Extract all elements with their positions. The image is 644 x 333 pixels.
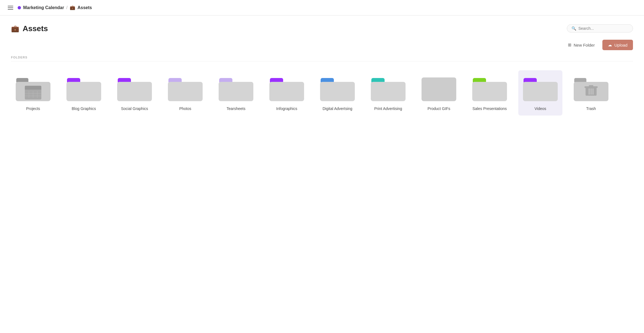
folder-icon: [472, 75, 508, 102]
page-title-text: Assets: [23, 24, 48, 33]
page-title: 💼 Assets: [11, 24, 48, 33]
new-folder-icon: ⊞: [568, 42, 571, 47]
folder-grid: Projects Blog Graphics Social Graphics P…: [11, 66, 633, 120]
search-box[interactable]: 🔍: [567, 24, 633, 33]
folder-name: Blog Graphics: [72, 106, 96, 111]
folder-item[interactable]: Sales Presentations: [468, 70, 512, 116]
svg-rect-11: [66, 82, 101, 101]
folder-item[interactable]: Tearsheets: [214, 70, 258, 116]
breadcrumb: Marketing Calendar / 💼 Assets: [18, 5, 92, 10]
folder-item[interactable]: Trash: [569, 70, 613, 116]
folder-icon: [117, 75, 152, 102]
menu-button[interactable]: [7, 5, 14, 11]
new-folder-label: New Folder: [574, 43, 595, 47]
page-header: 💼 Assets 🔍: [11, 24, 633, 33]
folder-item[interactable]: Social Graphics: [112, 70, 157, 116]
search-input[interactable]: [578, 26, 628, 31]
folder-name: Print Advertising: [374, 106, 402, 111]
folder-item[interactable]: Projects: [11, 70, 55, 116]
toolbar-row: ⊞ New Folder ☁ Upload: [11, 40, 633, 50]
folder-item[interactable]: Infographics: [265, 70, 309, 116]
folder-name: Photos: [179, 106, 191, 111]
folder-item[interactable]: Print Advertising: [366, 70, 410, 116]
header-actions: 🔍: [567, 24, 633, 33]
folder-icon: [167, 75, 203, 102]
brand-dot: [18, 6, 21, 9]
upload-label: Upload: [614, 43, 627, 47]
main-content: 💼 Assets 🔍 ⊞ New Folder ☁ Upload FOLDERS: [0, 15, 644, 333]
folder-icon: [320, 75, 355, 102]
folder-icon: [370, 75, 406, 102]
folder-name: Trash: [586, 106, 596, 111]
folder-icon: [66, 75, 102, 102]
svg-rect-15: [168, 82, 203, 101]
folder-item[interactable]: Videos: [518, 70, 562, 116]
folder-icon: [522, 75, 558, 102]
svg-rect-24: [422, 77, 456, 101]
folder-icon: [269, 75, 305, 102]
svg-rect-28: [523, 82, 558, 101]
search-icon: 🔍: [571, 26, 576, 31]
new-folder-button[interactable]: ⊞ New Folder: [565, 40, 598, 50]
folder-name: Infographics: [276, 106, 297, 111]
svg-rect-21: [320, 82, 355, 101]
folder-icon: [573, 75, 609, 102]
folder-icon: [218, 75, 254, 102]
breadcrumb-current: Assets: [77, 5, 92, 10]
svg-rect-33: [589, 85, 593, 87]
folder-name: Social Graphics: [121, 106, 148, 111]
folder-name: Projects: [26, 106, 40, 111]
folder-item[interactable]: Digital Advertsing: [315, 70, 359, 116]
svg-rect-4: [25, 88, 41, 90]
folder-item[interactable]: Product GIFs: [417, 70, 461, 116]
breadcrumb-separator: /: [66, 5, 67, 10]
folder-item[interactable]: Blog Graphics: [62, 70, 106, 116]
assets-icon: 💼: [70, 5, 75, 10]
upload-icon: ☁: [608, 42, 612, 47]
upload-button[interactable]: ☁ Upload: [602, 40, 633, 50]
svg-rect-23: [371, 82, 406, 101]
folders-section-label: FOLDERS: [11, 56, 633, 61]
folder-name: Sales Presentations: [473, 106, 507, 111]
svg-rect-26: [472, 82, 507, 101]
svg-rect-17: [219, 82, 253, 101]
top-bar: Marketing Calendar / 💼 Assets: [0, 0, 644, 15]
folder-item[interactable]: Photos: [163, 70, 207, 116]
page-title-icon: 💼: [11, 25, 19, 33]
folder-icon: [421, 75, 457, 102]
breadcrumb-project[interactable]: Marketing Calendar: [23, 5, 64, 10]
folder-icon: [15, 75, 51, 102]
svg-rect-13: [117, 82, 152, 101]
folder-name: Product GIFs: [428, 106, 450, 111]
svg-rect-19: [269, 82, 304, 101]
folder-name: Tearsheets: [227, 106, 245, 111]
folder-name: Digital Advertsing: [323, 106, 352, 111]
folder-name: Videos: [535, 106, 546, 111]
